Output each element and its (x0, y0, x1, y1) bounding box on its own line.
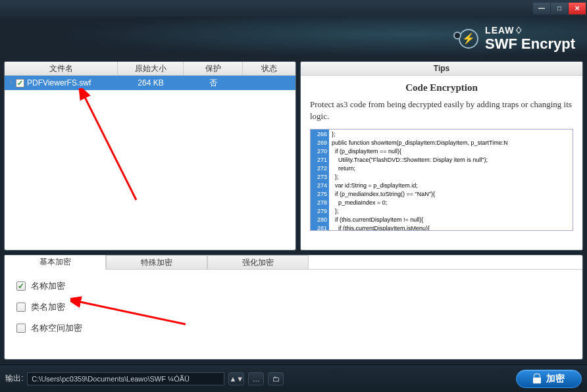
option-class-encrypt[interactable]: 类名加密 (16, 301, 571, 313)
tabs: 基本加密 特殊加密 强化加密 (5, 255, 582, 270)
close-button[interactable]: ✕ (569, 3, 586, 14)
tree-line-icon: └ (9, 80, 13, 87)
stepper-button[interactable]: ▲▼ (228, 372, 244, 385)
brand-line1: LEAW♢ (485, 26, 575, 36)
minimize-button[interactable]: — (533, 3, 550, 14)
tab-enhance[interactable]: 强化加密 (207, 255, 309, 270)
col-protect[interactable]: 保护 (184, 62, 243, 75)
code-text: }; public function showItem(p_displayIte… (329, 130, 511, 230)
option-namespace-encrypt[interactable]: 名称空间加密 (16, 322, 571, 334)
label-class-encrypt: 类名加密 (31, 301, 65, 313)
lock-icon (533, 374, 541, 383)
option-name-encrypt[interactable]: 名称加密 (16, 280, 571, 292)
encrypt-button[interactable]: 加密 (516, 370, 582, 388)
file-size: 264 KB (118, 78, 184, 87)
label-namespace-encrypt: 名称空间加密 (31, 322, 82, 334)
checkbox-name-encrypt[interactable] (16, 282, 26, 291)
open-folder-button[interactable]: 🗀 (268, 372, 284, 385)
tab-basic[interactable]: 基本加密 (5, 255, 106, 270)
brand-line2: SWF Encrypt (485, 36, 575, 52)
file-name: PDFViewerFS.swf (27, 78, 91, 87)
checkbox-class-encrypt[interactable] (16, 303, 26, 312)
tips-title: Code Encryption (310, 82, 573, 93)
tips-panel: Tips Code Encryption Protect as3 code fr… (300, 61, 583, 251)
code-preview: 266 269 270 271 272 273 274 275 278 279 … (310, 129, 573, 231)
checkbox-namespace-encrypt[interactable] (16, 324, 26, 333)
tips-desc: Protect as3 code from being decrypted ea… (310, 99, 573, 122)
brand-header: ⚡ LEAW♢ SWF Encrypt (0, 16, 587, 61)
code-gutter: 266 269 270 271 272 273 274 275 278 279 … (311, 130, 329, 230)
file-row[interactable]: └ PDFViewerFS.swf 264 KB 否 (5, 76, 295, 90)
svg-line-0 (84, 95, 136, 200)
titlebar: — □ ✕ (0, 0, 587, 16)
file-checkbox[interactable] (16, 79, 24, 87)
browse-button[interactable]: … (248, 372, 264, 385)
file-protect: 否 (184, 78, 243, 89)
col-filename[interactable]: 文件名 (5, 62, 118, 75)
maximize-button[interactable]: □ (551, 3, 568, 14)
encryption-options-panel: 基本加密 特殊加密 强化加密 名称加密 类名加密 名称空间加密 (4, 255, 583, 360)
output-label: 输出: (5, 373, 23, 384)
col-origsize[interactable]: 原始大小 (118, 62, 184, 75)
annotation-arrow-1 (77, 88, 143, 207)
col-status[interactable]: 状态 (243, 62, 295, 75)
label-name-encrypt: 名称加密 (31, 280, 65, 292)
output-path-input[interactable] (27, 372, 224, 385)
tab-special[interactable]: 特殊加密 (106, 255, 207, 270)
file-list-panel: 文件名 原始大小 保护 状态 └ PDFViewerFS.swf 264 KB … (4, 61, 296, 251)
brand-icon: ⚡ (459, 29, 478, 49)
footer: 输出: ▲▼ … 🗀 加密 (0, 364, 587, 392)
encrypt-label: 加密 (546, 373, 565, 385)
column-headers: 文件名 原始大小 保护 状态 (5, 62, 295, 76)
folder-icon: 🗀 (272, 375, 280, 383)
tips-header: Tips (301, 62, 582, 76)
